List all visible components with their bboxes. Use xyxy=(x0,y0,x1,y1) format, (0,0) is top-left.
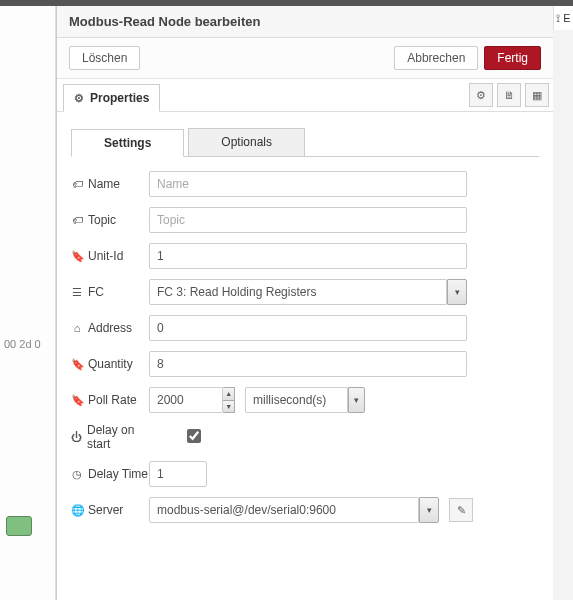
delay-on-start-checkbox[interactable] xyxy=(187,429,201,443)
unit-id-input[interactable] xyxy=(149,243,467,269)
list-icon: ☰ xyxy=(71,286,83,299)
timeline-marker: 00 2d 0 xyxy=(4,338,41,350)
tag-icon: 🏷 xyxy=(71,214,83,226)
tag-icon: 🏷 xyxy=(71,178,83,190)
bookmark-icon: 🔖 xyxy=(71,394,83,407)
poll-unit-select[interactable] xyxy=(245,387,348,413)
gear-icon: ⚙ xyxy=(74,92,84,105)
done-button[interactable]: Fertig xyxy=(484,46,541,70)
clock-icon: ◷ xyxy=(71,468,83,481)
dialog-title: Modbus-Read Node bearbeiten xyxy=(57,6,553,38)
edit-server-button[interactable]: ✎ xyxy=(449,498,473,522)
globe-icon: 🌐 xyxy=(71,504,83,517)
power-icon: ⏻ xyxy=(71,431,82,443)
bookmark-icon: 🔖 xyxy=(71,250,83,263)
name-input[interactable] xyxy=(149,171,467,197)
appearance-icon-button[interactable]: ▦ xyxy=(525,83,549,107)
tab-optionals[interactable]: Optionals xyxy=(188,128,305,156)
address-input[interactable] xyxy=(149,315,467,341)
properties-tab[interactable]: ⚙ Properties xyxy=(63,84,160,112)
settings-icon-button[interactable]: ⚙ xyxy=(469,83,493,107)
poll-rate-input[interactable] xyxy=(149,387,223,413)
chevron-down-icon[interactable]: ▾ xyxy=(348,387,365,413)
home-icon: ⌂ xyxy=(71,322,83,334)
fc-select[interactable] xyxy=(149,279,447,305)
sidebar-toggle[interactable]: ⟟ E xyxy=(553,6,573,30)
chevron-down-icon[interactable]: ▾ xyxy=(419,497,439,523)
topic-input[interactable] xyxy=(149,207,467,233)
tab-settings[interactable]: Settings xyxy=(71,129,184,157)
palette-node[interactable] xyxy=(6,516,32,536)
delete-button[interactable]: Löschen xyxy=(69,46,140,70)
quantity-input[interactable] xyxy=(149,351,467,377)
delay-time-input[interactable] xyxy=(149,461,207,487)
spinner-buttons[interactable]: ▲▼ xyxy=(223,387,235,413)
bookmark-icon: 🔖 xyxy=(71,358,83,371)
server-select[interactable] xyxy=(149,497,419,523)
docs-icon-button[interactable]: 🗎 xyxy=(497,83,521,107)
chevron-down-icon[interactable]: ▾ xyxy=(447,279,467,305)
properties-label: Properties xyxy=(90,91,149,105)
edit-dialog: Modbus-Read Node bearbeiten Löschen Abbr… xyxy=(56,6,553,600)
cancel-button[interactable]: Abbrechen xyxy=(394,46,478,70)
